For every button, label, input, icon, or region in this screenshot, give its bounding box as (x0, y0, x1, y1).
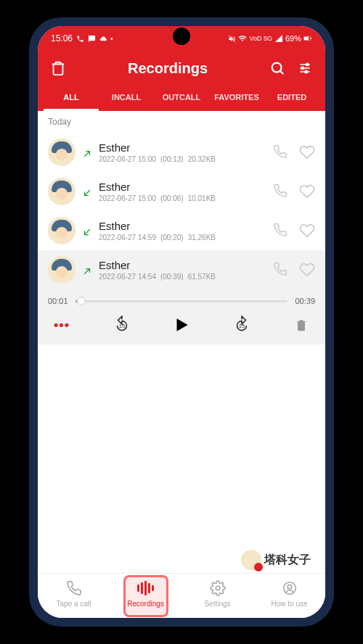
recording-size: 31.26KB (188, 234, 216, 242)
screen: 15:06 • VoD 5G (38, 26, 325, 618)
camera-notch (173, 28, 190, 45)
status-left: 15:06 • (51, 33, 113, 44)
favorite-button[interactable] (299, 262, 315, 278)
recording-meta: 2022-06-27 15:00 (00:06) 10.01KB (99, 194, 266, 202)
nav-label: How to use (271, 600, 307, 608)
recording-item[interactable]: Esther 2022-06-27 15:00 (00:13) 20.32KB (38, 133, 325, 172)
cloud-status-icon (99, 34, 107, 43)
svg-point-15 (287, 585, 292, 589)
rewind-15-button[interactable]: 15 (113, 315, 131, 334)
nav-label: Tape a call (57, 600, 91, 608)
call-back-button[interactable] (273, 223, 289, 239)
favorite-button[interactable] (299, 144, 315, 160)
favorite-button[interactable] (299, 183, 315, 199)
status-time: 15:06 (51, 33, 73, 44)
nav-label: Settings (204, 600, 230, 608)
phone-frame: 15:06 • VoD 5G (29, 17, 334, 627)
recording-item[interactable]: Esther 2022-06-27 14:54 (00:39) 61.57KB (38, 250, 325, 289)
tab-outcall[interactable]: OUTCALL (154, 86, 209, 111)
recording-meta: 2022-06-27 14:59 (00:20) 31.26KB (99, 234, 266, 242)
incoming-arrow-icon (83, 187, 91, 196)
delete-recording-button[interactable] (292, 315, 311, 334)
recording-date: 2022-06-27 14:59 (99, 234, 156, 242)
contact-avatar (48, 139, 76, 166)
phone-icon (65, 579, 83, 597)
contact-avatar (48, 217, 76, 244)
recording-date: 2022-06-27 15:00 (99, 194, 156, 202)
contact-avatar (48, 178, 76, 205)
svg-point-6 (306, 63, 309, 65)
svg-point-10 (305, 70, 307, 73)
contact-name: Esther (99, 141, 266, 154)
tab-favorites[interactable]: FAVORITES (209, 86, 264, 111)
recording-meta: 2022-06-27 14:54 (00:39) 61.57KB (99, 273, 266, 281)
recording-duration: (00:13) (160, 155, 184, 163)
recording-date: 2022-06-27 14:54 (99, 273, 156, 281)
recording-info: Esther 2022-06-27 14:54 (00:39) 61.57KB (99, 259, 266, 281)
contact-avatar (48, 256, 76, 284)
svg-point-8 (301, 67, 303, 69)
svg-point-14 (283, 582, 295, 595)
battery-icon (303, 34, 312, 43)
recording-duration: (00:39) (160, 273, 184, 281)
play-button[interactable] (172, 315, 191, 334)
recording-size: 10.01KB (188, 194, 216, 202)
playback-current-time: 00:01 (48, 297, 68, 305)
svg-rect-2 (304, 37, 309, 40)
status-right: VoD 5G 69% (227, 34, 312, 43)
phone-status-icon (76, 34, 84, 43)
tab-all[interactable]: ALL (44, 86, 99, 111)
bottom-nav: Tape a call Recordings Settings How to u… (38, 573, 325, 618)
tab-incall[interactable]: INCALL (99, 86, 154, 111)
filter-settings-button[interactable] (296, 59, 314, 77)
tab-edited[interactable]: EDITED (264, 86, 319, 111)
recording-info: Esther 2022-06-27 14:59 (00:20) 31.26KB (99, 220, 266, 242)
recording-info: Esther 2022-06-27 15:00 (00:13) 20.32KB (99, 141, 266, 163)
outgoing-arrow-icon (83, 148, 91, 157)
favorite-button[interactable] (299, 223, 315, 239)
nav-settings[interactable]: Settings (182, 579, 253, 608)
call-back-button[interactable] (273, 144, 289, 160)
svg-point-4 (272, 63, 282, 73)
call-back-button[interactable] (273, 262, 289, 278)
svg-text:15: 15 (238, 323, 244, 329)
recording-size: 20.32KB (188, 155, 216, 163)
more-options-button[interactable]: ••• (52, 315, 71, 334)
wifi-icon (238, 34, 247, 43)
nav-how-to-use[interactable]: How to use (253, 579, 325, 608)
progress-slider[interactable] (76, 300, 288, 302)
more-status-icon: • (110, 35, 113, 43)
network-label: VoD 5G (249, 35, 272, 42)
user-icon (281, 579, 298, 597)
svg-point-13 (216, 586, 220, 590)
nav-recordings[interactable]: Recordings (110, 579, 182, 608)
recording-item[interactable]: Esther 2022-06-27 14:59 (00:20) 31.26KB (38, 211, 325, 250)
trash-header-button[interactable] (49, 59, 67, 77)
message-status-icon (87, 34, 96, 43)
app-header: Recordings (38, 51, 325, 86)
call-back-button[interactable] (273, 183, 289, 199)
audio-player: 00:01 00:39 ••• 15 15 (38, 289, 325, 344)
nav-label: Recordings (127, 600, 164, 608)
battery-percent: 69% (285, 34, 301, 43)
recording-meta: 2022-06-27 15:00 (00:13) 20.32KB (99, 155, 266, 163)
recording-duration: (00:20) (160, 234, 184, 242)
section-label: Today (38, 111, 325, 133)
recording-size: 61.57KB (188, 273, 216, 281)
signal-icon (274, 34, 283, 43)
svg-rect-3 (311, 38, 311, 39)
filter-tabs: ALLINCALLOUTCALLFAVORITESEDITED (38, 86, 325, 111)
watermark: 塔科女子 (241, 550, 311, 570)
watermark-avatar-icon (241, 550, 261, 570)
recording-item[interactable]: Esther 2022-06-27 15:00 (00:06) 10.01KB (38, 172, 325, 211)
recording-duration: (00:06) (160, 194, 184, 202)
contact-name: Esther (99, 259, 266, 271)
page-title: Recordings (67, 60, 269, 77)
search-button[interactable] (269, 59, 286, 77)
incoming-arrow-icon (83, 226, 91, 235)
nav-tape-a-call[interactable]: Tape a call (38, 579, 110, 608)
forward-15-button[interactable]: 15 (232, 315, 251, 334)
contact-name: Esther (99, 220, 266, 232)
svg-text:15: 15 (118, 323, 124, 329)
outgoing-arrow-icon (83, 265, 91, 274)
